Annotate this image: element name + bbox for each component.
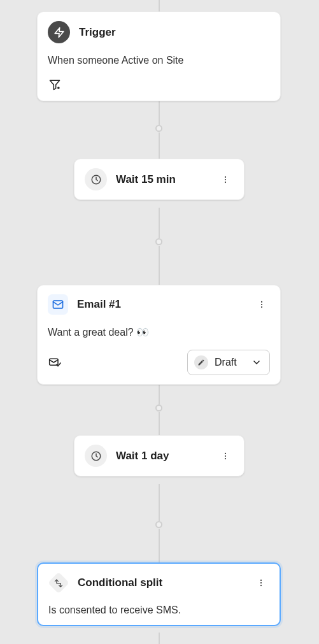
conditional-description: Is consented to receive SMS.	[48, 605, 269, 616]
status-label: Draft	[215, 357, 237, 368]
svg-point-17	[260, 582, 262, 583]
connector	[159, 0, 160, 13]
svg-point-2	[57, 87, 60, 89]
connector	[159, 101, 160, 125]
clock-icon	[85, 445, 107, 467]
trigger-description: When someone Active on Site	[48, 55, 270, 66]
connector	[159, 529, 160, 562]
trigger-node[interactable]: Trigger When someone Active on Site	[37, 11, 281, 101]
more-button[interactable]	[217, 448, 234, 464]
filter-user-icon[interactable]	[48, 78, 62, 92]
connector	[159, 383, 160, 404]
connector	[159, 412, 160, 435]
wait-node[interactable]: Wait 15 min	[74, 159, 245, 200]
svg-point-6	[225, 182, 226, 183]
connector	[159, 246, 160, 285]
svg-point-16	[260, 580, 262, 581]
split-icon	[48, 573, 69, 593]
conditional-title: Conditional split	[78, 576, 244, 589]
svg-point-9	[261, 304, 262, 305]
svg-point-13	[225, 452, 226, 454]
wait-label: Wait 1 day	[116, 450, 217, 462]
svg-point-4	[225, 176, 226, 177]
svg-point-5	[225, 178, 226, 180]
lightning-icon	[48, 21, 70, 43]
svg-point-10	[261, 306, 262, 308]
add-node-dot[interactable]	[155, 404, 162, 411]
trigger-title: Trigger	[79, 26, 270, 39]
conditional-split-node[interactable]: Conditional split Is consented to receiv…	[37, 562, 281, 626]
more-button[interactable]	[217, 171, 234, 188]
svg-point-8	[261, 301, 262, 303]
svg-point-15	[225, 458, 226, 459]
status-dropdown[interactable]: Draft	[187, 350, 270, 375]
more-button[interactable]	[253, 296, 270, 313]
connector	[159, 208, 160, 238]
wait-node[interactable]: Wait 1 day	[74, 435, 245, 476]
connector	[159, 484, 160, 521]
email-title: Email #1	[77, 298, 245, 311]
connector	[159, 132, 160, 159]
pencil-icon	[194, 355, 208, 369]
add-node-dot[interactable]	[155, 125, 162, 132]
mail-check-icon[interactable]	[48, 355, 62, 369]
add-node-dot[interactable]	[155, 521, 162, 528]
connector	[159, 633, 160, 644]
chevron-down-icon	[252, 357, 262, 368]
svg-point-14	[225, 455, 226, 456]
mail-icon	[48, 294, 68, 315]
email-subject: Want a great deal? 👀	[48, 326, 270, 338]
wait-label: Wait 15 min	[116, 173, 217, 186]
email-node[interactable]: Email #1 Want a great deal? 👀 Draft	[37, 285, 281, 385]
flow-canvas[interactable]: Trigger When someone Active on Site Wait…	[0, 0, 319, 644]
svg-point-18	[260, 585, 262, 586]
clock-icon	[85, 168, 107, 190]
add-node-dot[interactable]	[155, 238, 162, 245]
svg-marker-0	[55, 27, 64, 37]
more-button[interactable]	[253, 575, 269, 591]
